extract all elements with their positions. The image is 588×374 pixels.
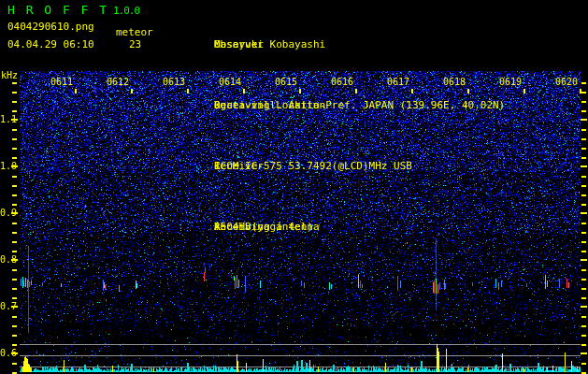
spectrogram-canvas (0, 0, 588, 374)
info-row-location: Receiving Location:Ogata-vill. Akita-Pre… (165, 87, 214, 123)
info-row-receiver: Receiver:ICOM IC-575 53.7492(@LCD)MHz US… (165, 148, 214, 184)
freq-tick-label: 0.8 (0, 254, 17, 265)
observation-mode: meteor (116, 26, 153, 38)
hrofft-window: H R O F F T 1.0.0 0404290610.png meteor … (0, 0, 588, 374)
observation-datetime: 04.04.29 06:10 (7, 38, 94, 50)
info-row-antenna: Receiving antenna:A504HB(yagi 4el) (165, 209, 214, 245)
time-tick-label: 0620 (555, 77, 578, 87)
header: H R O F F T 1.0.0 0404290610.png meteor … (0, 0, 588, 56)
time-tick-label: 0614 (219, 77, 241, 87)
time-tick-label: 0617 (387, 77, 409, 87)
time-tick-label: 0618 (443, 77, 466, 87)
freq-tick-label: 0.9 (0, 208, 17, 218)
info-value: Masayuki Kobayashi (214, 38, 325, 50)
freq-tick-label: 1.1 (0, 114, 17, 124)
time-tick-label: 0613 (163, 77, 185, 87)
time-tick-label: 0615 (275, 77, 297, 87)
info-row-observer: Observer:Masayuki Kobayashi (165, 26, 214, 63)
freq-tick-label: 0.7 (0, 301, 17, 311)
output-filename: 0404290610.png (7, 21, 94, 33)
freq-axis-unit: kHz (1, 70, 18, 80)
freq-tick-label: 1.0 (0, 161, 17, 171)
app-title: H R O F F T (7, 3, 108, 17)
time-tick-label: 0611 (50, 77, 73, 87)
freq-tick-label: 0.6 (0, 348, 17, 358)
time-tick-label: 0616 (331, 77, 353, 87)
app-version: 1.0.0 (113, 5, 139, 17)
meteor-echo-count: 23 (129, 38, 141, 50)
time-tick-label: 0619 (499, 77, 522, 87)
info-value: Ogata-vill. Akita-Pref. JAPAN (139.96E, … (214, 99, 505, 111)
info-value: ICOM IC-575 53.7492(@LCD)MHz USB (214, 160, 412, 172)
time-tick-label: 0612 (107, 77, 129, 87)
info-value: A504HB(yagi 4el) (214, 221, 313, 233)
station-info: Observer:Masayuki Kobayashi Receiving Lo… (165, 2, 214, 269)
